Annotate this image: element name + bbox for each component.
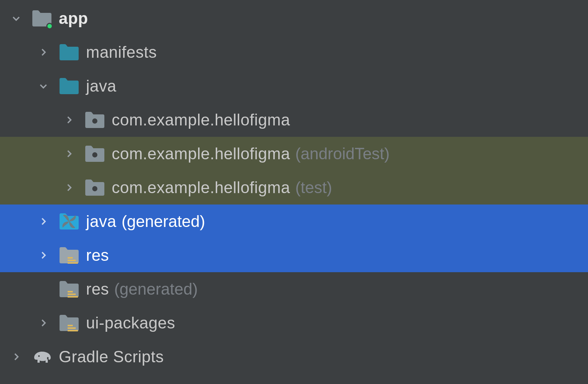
tree-item-label: com.example.hellofigma [112, 178, 290, 197]
chevron-right-icon [62, 115, 76, 125]
generated-folder-icon [59, 211, 79, 232]
resources-folder-icon [59, 313, 79, 333]
tree-item-java-generated[interactable]: java (generated) [0, 205, 588, 238]
tree-item-suffix: (androidTest) [295, 145, 390, 163]
chevron-down-icon [10, 13, 23, 24]
tree-item-res-generated[interactable]: res (generated) [0, 272, 588, 306]
chevron-right-icon [62, 149, 76, 159]
package-folder-icon [85, 110, 105, 130]
tree-item-suffix: (generated) [122, 212, 205, 231]
gradle-elephant-icon [32, 346, 52, 367]
folder-icon [59, 42, 79, 63]
resources-folder-icon [59, 279, 79, 299]
tree-item-label: java [86, 77, 116, 95]
chevron-right-icon [37, 47, 50, 57]
tree-item-suffix: (generated) [114, 280, 198, 298]
tree-item-app[interactable]: app [0, 1, 588, 35]
tree-item-label: Gradle Scripts [59, 348, 164, 366]
chevron-right-icon [37, 318, 50, 328]
package-folder-icon [85, 143, 105, 164]
tree-item-label: app [59, 9, 88, 28]
chevron-right-icon [37, 250, 50, 260]
tree-item-label: java [86, 212, 116, 231]
module-folder-icon [32, 8, 52, 29]
tree-item-java[interactable]: java [0, 69, 588, 103]
folder-icon [59, 76, 79, 96]
project-tree[interactable]: app manifests java com.example.hellofigm… [0, 0, 588, 374]
tree-item-package-androidtest[interactable]: com.example.hellofigma (androidTest) [0, 137, 588, 171]
tree-item-label: ui-packages [86, 314, 175, 332]
tree-item-package-main[interactable]: com.example.hellofigma [0, 103, 588, 137]
chevron-right-icon [62, 182, 76, 193]
tree-item-suffix: (test) [295, 178, 332, 197]
tree-item-label: res [86, 280, 109, 298]
pinwheel-icon [59, 211, 79, 232]
tree-item-label: manifests [86, 43, 157, 61]
tree-item-ui-packages[interactable]: ui-packages [0, 306, 588, 340]
tree-item-res[interactable]: res [0, 238, 588, 272]
tree-item-manifests[interactable]: manifests [0, 35, 588, 69]
tree-item-label: com.example.hellofigma [112, 145, 290, 163]
tree-item-package-test[interactable]: com.example.hellofigma (test) [0, 171, 588, 205]
chevron-right-icon [37, 216, 50, 227]
tree-item-label: com.example.hellofigma [112, 111, 290, 129]
chevron-right-icon [10, 352, 23, 362]
chevron-down-icon [37, 81, 50, 91]
package-folder-icon [85, 177, 105, 198]
resources-folder-icon [59, 245, 79, 266]
tree-item-label: res [86, 246, 109, 264]
tree-item-gradle-scripts[interactable]: Gradle Scripts [0, 340, 588, 374]
